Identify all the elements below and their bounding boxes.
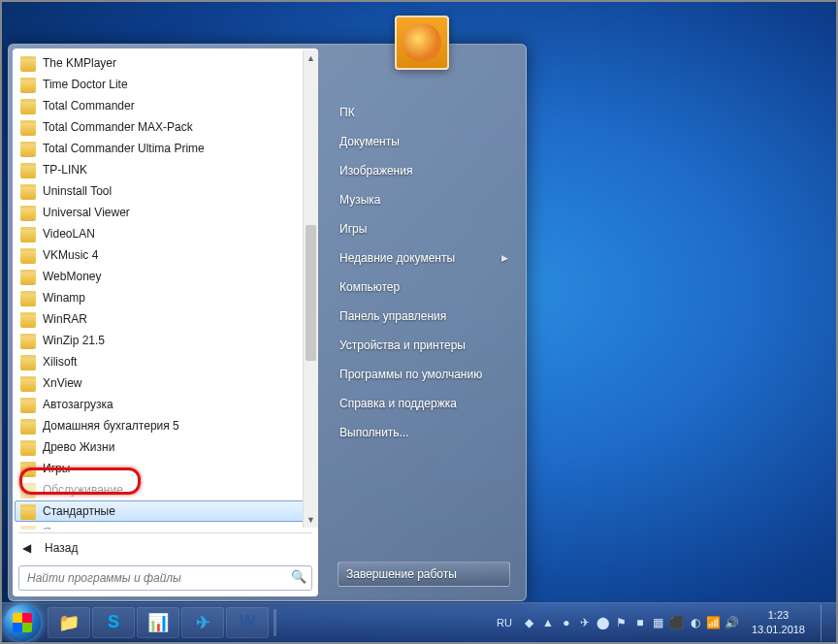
start-button[interactable] (4, 604, 41, 641)
tray-icon[interactable]: ◐ (688, 615, 703, 630)
program-folder[interactable]: Древо Жизни (15, 436, 316, 458)
shutdown-button[interactable]: Завершение работы (338, 562, 510, 587)
user-pane-item[interactable]: Выполнить... (334, 418, 514, 447)
taskbar-app-skype[interactable]: S (92, 607, 135, 638)
clock[interactable]: 1:23 13.01.2018 (744, 608, 813, 636)
show-desktop-button[interactable] (821, 604, 832, 641)
program-folder[interactable]: Total Commander (15, 95, 316, 116)
clock-time: 1:23 (752, 608, 805, 622)
tray-icon[interactable]: ◆ (522, 615, 537, 630)
program-label: Автозагрузка (43, 398, 113, 411)
program-label: XnView (43, 376, 81, 390)
program-folder[interactable]: Winamp (15, 287, 316, 308)
scroll-thumb[interactable] (306, 225, 316, 361)
program-folder[interactable]: Домашняя бухгалтерия 5 (15, 415, 316, 436)
program-label: Древо Жизни (43, 440, 114, 454)
user-pane-item[interactable]: Компьютер (334, 273, 514, 302)
program-label: Total Commander Ultima Prime (43, 142, 205, 155)
program-label: VKMusic 4 (43, 248, 98, 262)
folder-icon (20, 525, 36, 530)
folder-icon (20, 77, 36, 92)
folder-icon (20, 439, 36, 455)
program-folder[interactable]: Universal Viewer (15, 202, 316, 223)
user-pane-item[interactable]: Игры (334, 214, 514, 243)
program-folder[interactable]: Автозагрузка (15, 394, 316, 415)
tray-icon[interactable]: ▲ (540, 615, 556, 630)
program-folder[interactable]: WebMoney (15, 266, 316, 287)
user-pane-label: Справка и поддержка (339, 397, 457, 410)
tray-icon[interactable]: 📶 (706, 615, 722, 630)
tray-icon[interactable]: ▦ (651, 615, 666, 630)
user-pane-label: Программы по умолчанию (339, 368, 482, 381)
taskbar-app-telegram[interactable]: ✈ (181, 607, 224, 638)
program-folder[interactable]: Яндекс (15, 522, 316, 530)
divider (18, 532, 312, 533)
user-pane-item[interactable]: Справка и поддержка (334, 389, 514, 418)
tray-icon[interactable]: ✈ (577, 615, 593, 630)
program-folder[interactable]: Total Commander Ultima Prime (15, 138, 316, 159)
taskbar-app-monitor[interactable]: 📊 (137, 607, 179, 638)
program-folder[interactable]: Обслуживание (15, 479, 316, 500)
folder-icon (20, 333, 36, 348)
search-icon[interactable]: 🔍 (291, 569, 306, 584)
back-label: Назад (45, 541, 78, 555)
program-folder[interactable]: VKMusic 4 (15, 244, 316, 266)
program-folder[interactable]: Xilisoft (15, 351, 316, 372)
folder-icon (20, 397, 36, 412)
program-folder[interactable]: Time Doctor Lite (15, 74, 316, 95)
start-menu: ▲ ▼ The KMPlayerTime Doctor LiteTotal Co… (8, 44, 527, 601)
user-pane-label: Документы (339, 135, 400, 148)
program-folder[interactable]: Uninstall Tool (15, 180, 316, 202)
program-folder[interactable]: Total Commander MAX-Pack (15, 116, 316, 138)
taskbar-app-word[interactable]: W (226, 607, 269, 638)
folder-icon (20, 375, 36, 391)
user-pane-item[interactable]: Устройства и принтеры (334, 331, 514, 360)
program-folder[interactable]: XnView (15, 372, 316, 394)
user-pane-item[interactable]: Программы по умолчанию (334, 360, 514, 389)
back-button[interactable]: ◀ Назад (13, 536, 318, 560)
programs-list[interactable]: ▲ ▼ The KMPlayerTime Doctor LiteTotal Co… (13, 48, 318, 530)
tray-icon[interactable]: ⬛ (669, 615, 685, 630)
tray-icon[interactable]: ● (559, 615, 574, 630)
tray-icon[interactable]: ■ (632, 615, 648, 630)
program-label: Xilisoft (43, 355, 77, 369)
user-pane-label: Выполнить... (339, 426, 409, 439)
language-indicator[interactable]: RU (491, 617, 518, 628)
program-label: Стандартные (43, 504, 115, 518)
folder-icon (20, 418, 36, 434)
submenu-arrow-icon: ▶ (501, 253, 508, 263)
taskbar-app-explorer[interactable]: 📁 (48, 607, 90, 638)
user-pane-item[interactable]: Изображения (334, 156, 514, 185)
user-pane-item[interactable]: Панель управления (334, 302, 514, 331)
program-folder[interactable]: Игры (15, 458, 316, 479)
program-label: VideoLAN (43, 227, 95, 241)
scroll-up-icon[interactable]: ▲ (304, 50, 318, 66)
user-avatar[interactable] (395, 16, 449, 70)
clock-date: 13.01.2018 (752, 623, 805, 636)
user-pane-item[interactable]: Недавние документы▶ (334, 243, 514, 273)
user-pane-item[interactable]: ПК (334, 98, 514, 127)
program-folder[interactable]: Стандартные (15, 500, 316, 522)
folder-icon (20, 98, 36, 113)
program-folder[interactable]: VideoLAN (15, 223, 316, 244)
tray-icon[interactable]: ⚑ (614, 615, 629, 630)
program-folder[interactable]: The KMPlayer (15, 52, 316, 74)
user-pane-item[interactable]: Документы (334, 127, 514, 156)
tray-icon[interactable]: 🔊 (725, 615, 740, 630)
program-folder[interactable]: WinRAR (15, 308, 316, 330)
search-input[interactable] (18, 565, 312, 591)
user-pane-label: Панель управления (339, 309, 446, 323)
shutdown-area: Завершение работы (338, 562, 510, 587)
folder-icon (20, 205, 36, 220)
program-folder[interactable]: TP-LINK (15, 159, 316, 180)
taskbar-divider (274, 609, 276, 636)
folder-icon (20, 461, 36, 476)
folder-icon (20, 55, 36, 71)
program-label: Total Commander MAX-Pack (43, 120, 193, 134)
program-label: Домашняя бухгалтерия 5 (43, 419, 179, 433)
folder-icon (20, 226, 36, 242)
user-pane-item[interactable]: Музыка (334, 185, 514, 214)
program-folder[interactable]: WinZip 21.5 (15, 330, 316, 351)
scrollbar[interactable]: ▲ ▼ (303, 50, 318, 528)
tray-icon[interactable]: ⬤ (596, 615, 611, 630)
